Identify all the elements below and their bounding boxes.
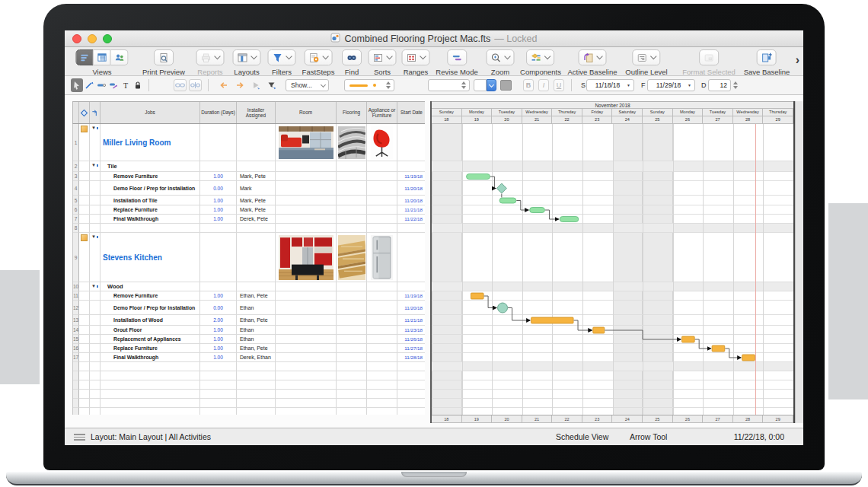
start-date-cell[interactable]: 11/28/18 — [397, 353, 425, 362]
room-cell[interactable] — [276, 344, 337, 353]
start-date-cell[interactable]: 11/27/18 — [397, 344, 425, 353]
duration-cell[interactable] — [200, 161, 237, 172]
gantt-bar-row-6[interactable] — [530, 208, 545, 213]
start-date-cell[interactable]: 11/21/18 — [397, 315, 425, 326]
flooring-cell[interactable] — [337, 282, 367, 291]
installer-cell[interactable]: Mark, Pete — [237, 196, 276, 205]
row-number[interactable]: 2 — [73, 161, 79, 172]
duration-cell[interactable]: 1.00 — [200, 326, 237, 335]
toolbar-item-find[interactable]: Find — [342, 49, 362, 76]
start-date-cell[interactable]: 11/23/18 — [397, 326, 425, 335]
gantt-bar-row-7[interactable] — [560, 217, 579, 222]
row-number[interactable]: 11 — [73, 291, 79, 301]
flooring-cell[interactable] — [337, 205, 367, 215]
job-cell[interactable]: Demo Floor / Prep for Installation — [101, 301, 200, 315]
appliance-cell[interactable] — [367, 315, 397, 326]
flooring-cell[interactable] — [337, 233, 367, 282]
row-number[interactable]: 14 — [73, 326, 79, 335]
toolbar-item-print-preview[interactable]: Print Preview — [142, 49, 185, 76]
text-tool-button[interactable]: T — [120, 78, 132, 92]
toolbar-item-outline-level[interactable]: Outline Level — [625, 49, 667, 76]
installer-cell[interactable] — [237, 161, 276, 172]
toolbar-item-filters[interactable]: Filters — [268, 49, 296, 76]
appliance-cell[interactable] — [367, 196, 397, 205]
layout-menu-icon[interactable] — [74, 434, 85, 441]
faststeps-button[interactable] — [305, 49, 333, 65]
flooring-cell[interactable] — [337, 315, 367, 326]
appliance-cell[interactable] — [367, 161, 397, 172]
bold-button[interactable]: B — [523, 79, 534, 91]
appliance-cell[interactable] — [367, 233, 397, 282]
appliance-cell[interactable] — [367, 326, 397, 335]
toolbar-item-faststeps[interactable]: FastSteps — [302, 49, 335, 76]
installer-cell[interactable] — [237, 233, 276, 282]
filter-jump-button[interactable] — [265, 79, 278, 91]
room-cell[interactable] — [276, 124, 337, 161]
duration-cell[interactable]: 0.00 — [200, 181, 237, 196]
flooring-cell[interactable] — [337, 181, 367, 196]
start-date-cell[interactable]: 11/19/18 — [397, 291, 425, 301]
gantt-milestone-diamond-row-4[interactable] — [496, 183, 506, 193]
row-number[interactable]: 17 — [73, 353, 79, 362]
appliance-cell[interactable] — [367, 291, 397, 301]
installer-cell[interactable]: Ethan, Pete — [237, 344, 276, 353]
job-cell[interactable] — [101, 224, 200, 233]
gantt-bar-row-14[interactable] — [593, 327, 605, 333]
start-date-cell[interactable] — [397, 233, 425, 282]
duration-stepper[interactable] — [733, 81, 738, 89]
job-cell[interactable]: Demo Floor / Prep for Installation — [101, 181, 200, 196]
row-number[interactable]: 5 — [73, 196, 79, 205]
job-cell[interactable]: Miller Living Room — [101, 124, 200, 161]
room-cell[interactable] — [276, 224, 337, 233]
dependency-tool-button[interactable] — [107, 78, 120, 92]
appliance-cell[interactable] — [367, 335, 397, 344]
duration-cell[interactable] — [200, 124, 237, 161]
room-cell[interactable] — [276, 301, 337, 315]
start-date-cell[interactable]: 11/20/18 — [397, 196, 425, 205]
active-baseline-button[interactable] — [578, 49, 606, 65]
bar-tool-button[interactable] — [95, 78, 107, 92]
room-cell[interactable] — [276, 215, 337, 224]
gantt-bar-row-13[interactable] — [531, 317, 573, 323]
flooring-cell[interactable] — [337, 291, 367, 301]
job-cell[interactable]: Final Walkthrough — [101, 215, 200, 224]
toolbar-item-ranges[interactable]: Ranges — [402, 49, 430, 76]
start-date-cell[interactable] — [397, 124, 425, 161]
flooring-cell[interactable] — [337, 215, 367, 224]
installer-cell[interactable] — [237, 282, 276, 291]
job-cell[interactable]: Remove Furniture — [101, 172, 200, 181]
layouts-button[interactable] — [233, 49, 261, 65]
toolbar-item-components[interactable]: Components — [520, 49, 561, 76]
appliance-cell[interactable] — [367, 215, 397, 224]
appliance-cell[interactable] — [367, 172, 397, 181]
row-number[interactable]: 12 — [73, 301, 79, 315]
row-number[interactable]: 15 — [73, 335, 79, 344]
print-preview-button[interactable] — [154, 49, 174, 65]
toolbar-item-format-selected[interactable]: Format Selected — [682, 49, 736, 76]
room-cell[interactable] — [276, 335, 337, 344]
duration-cell[interactable]: 2.00 — [200, 315, 237, 326]
link-activities-button[interactable] — [174, 79, 187, 91]
views-calendar-button[interactable] — [94, 49, 111, 65]
installer-cell[interactable]: Ethan — [237, 335, 276, 344]
installer-cell[interactable]: Mark, Pete — [237, 172, 276, 181]
toolbar-item-active-baseline[interactable]: Active Baseline — [568, 49, 617, 76]
job-cell[interactable]: Installation of Wood — [101, 315, 200, 326]
zoom-button[interactable] — [487, 49, 515, 65]
room-cell[interactable] — [276, 172, 337, 181]
job-cell[interactable]: Final Walkthrough — [101, 353, 200, 362]
row-number[interactable]: 3 — [73, 172, 79, 181]
duration-input[interactable]: 12 — [708, 79, 731, 91]
views-resource-button[interactable] — [111, 49, 129, 65]
duration-cell[interactable]: 0.00 — [200, 301, 237, 315]
line-color-swatch[interactable] — [500, 80, 512, 91]
duration-cell[interactable] — [200, 224, 237, 233]
appliance-cell[interactable] — [367, 344, 397, 353]
row-number[interactable]: 16 — [73, 344, 79, 353]
start-date-cell[interactable]: 11/26/18 — [397, 335, 425, 344]
start-date-select[interactable]: 11/18/18▼ — [586, 79, 634, 91]
toolbar-item-revise-mode[interactable]: Revise Mode — [436, 49, 477, 76]
duration-cell[interactable] — [200, 233, 237, 282]
row-number[interactable]: 9 — [73, 233, 79, 282]
duration-cell[interactable]: 1.00 — [200, 172, 237, 181]
